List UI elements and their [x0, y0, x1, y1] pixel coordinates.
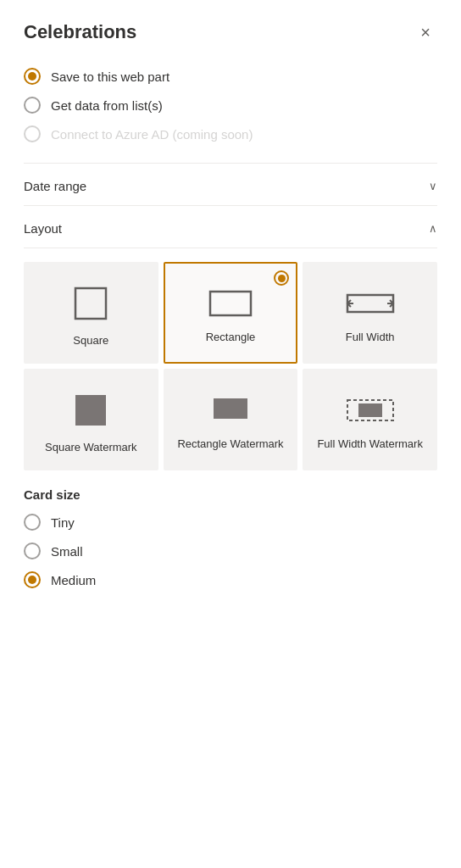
data-source-group: Save to this web part Get data from list…: [24, 68, 437, 142]
date-range-section: Date range ∨: [24, 164, 437, 206]
rectangle-icon: [205, 285, 256, 322]
selected-dot-rectangle: [274, 270, 289, 286]
layout-chevron-icon: ∧: [429, 222, 437, 235]
full-width-icon: [345, 285, 396, 322]
radio-medium-circle: [24, 571, 41, 588]
svg-rect-0: [75, 288, 106, 319]
square-icon: [69, 281, 113, 326]
layout-card-full-width-watermark[interactable]: Full Width Watermark: [303, 369, 437, 470]
radio-small[interactable]: Small: [24, 542, 437, 559]
layout-header[interactable]: Layout ∧: [24, 206, 437, 248]
radio-tiny[interactable]: Tiny: [24, 514, 437, 531]
radio-save[interactable]: Save to this web part: [24, 68, 437, 85]
svg-rect-6: [214, 398, 247, 419]
date-range-header[interactable]: Date range ∨: [24, 164, 437, 206]
close-button[interactable]: ×: [414, 20, 437, 44]
layout-card-square-watermark-label: Square Watermark: [45, 441, 137, 455]
rectangle-watermark-icon: [205, 392, 256, 429]
radio-azure-circle: [24, 125, 41, 142]
layout-card-rectangle-watermark[interactable]: Rectangle Watermark: [164, 369, 298, 470]
layout-card-square-label: Square: [73, 334, 108, 348]
full-width-watermark-icon: [345, 392, 396, 429]
radio-save-inner: [28, 72, 36, 81]
radio-azure-label: Connect to Azure AD (coming soon): [51, 127, 253, 142]
layout-card-rectangle-watermark-label: Rectangle Watermark: [177, 437, 283, 452]
panel: Celebrations × Save to this web part Get…: [0, 0, 461, 620]
svg-rect-8: [358, 403, 382, 417]
radio-list-circle: [24, 97, 41, 114]
radio-medium-label: Medium: [51, 573, 96, 587]
card-size-title: Card size: [24, 487, 437, 502]
radio-azure: Connect to Azure AD (coming soon): [24, 125, 437, 142]
radio-tiny-label: Tiny: [51, 515, 75, 530]
selected-dot-inner: [278, 275, 286, 282]
svg-rect-1: [210, 292, 251, 315]
layout-title: Layout: [24, 221, 62, 236]
svg-rect-2: [347, 295, 393, 312]
radio-medium-inner: [28, 576, 36, 584]
panel-header: Celebrations ×: [24, 20, 437, 44]
date-range-title: Date range: [24, 179, 86, 193]
date-range-chevron-icon: ∨: [429, 180, 437, 192]
layout-grid: Square Rectangle: [24, 262, 437, 470]
layout-card-square-watermark[interactable]: Square Watermark: [24, 369, 158, 470]
layout-card-rectangle-label: Rectangle: [206, 331, 256, 345]
square-watermark-icon: [69, 388, 113, 432]
layout-card-full-width-label: Full Width: [346, 331, 395, 345]
layout-card-full-width-watermark-label: Full Width Watermark: [317, 437, 422, 452]
radio-tiny-circle: [24, 514, 41, 531]
layout-card-rectangle[interactable]: Rectangle: [164, 262, 298, 364]
svg-rect-5: [75, 395, 106, 426]
panel-title: Celebrations: [24, 21, 136, 43]
radio-save-circle: [24, 68, 41, 85]
radio-small-label: Small: [51, 544, 83, 559]
layout-card-full-width[interactable]: Full Width: [303, 262, 437, 364]
layout-card-square[interactable]: Square: [24, 262, 158, 364]
radio-medium[interactable]: Medium: [24, 571, 437, 588]
card-size-section: Card size Tiny Small Medium: [24, 487, 437, 588]
radio-small-circle: [24, 542, 41, 559]
radio-list-label: Get data from list(s): [51, 98, 163, 113]
radio-list[interactable]: Get data from list(s): [24, 97, 437, 114]
radio-save-label: Save to this web part: [51, 70, 169, 84]
layout-section: Layout ∧ Square: [24, 206, 437, 470]
